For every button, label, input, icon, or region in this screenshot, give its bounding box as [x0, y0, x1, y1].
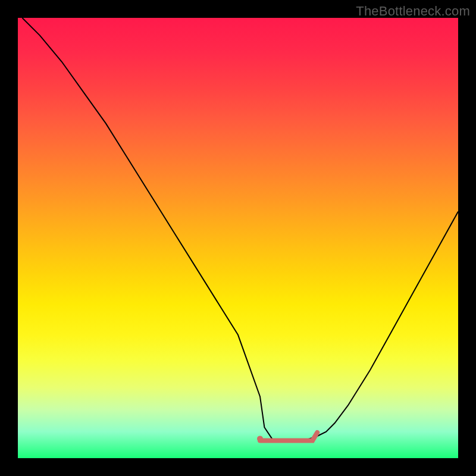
plot-area	[18, 18, 458, 458]
chart-container: TheBottleneck.com	[0, 0, 476, 476]
chart-overlay	[18, 18, 458, 458]
curve-line	[22, 18, 458, 440]
watermark-text: TheBottleneck.com	[356, 4, 470, 19]
marker-dot	[257, 436, 263, 441]
